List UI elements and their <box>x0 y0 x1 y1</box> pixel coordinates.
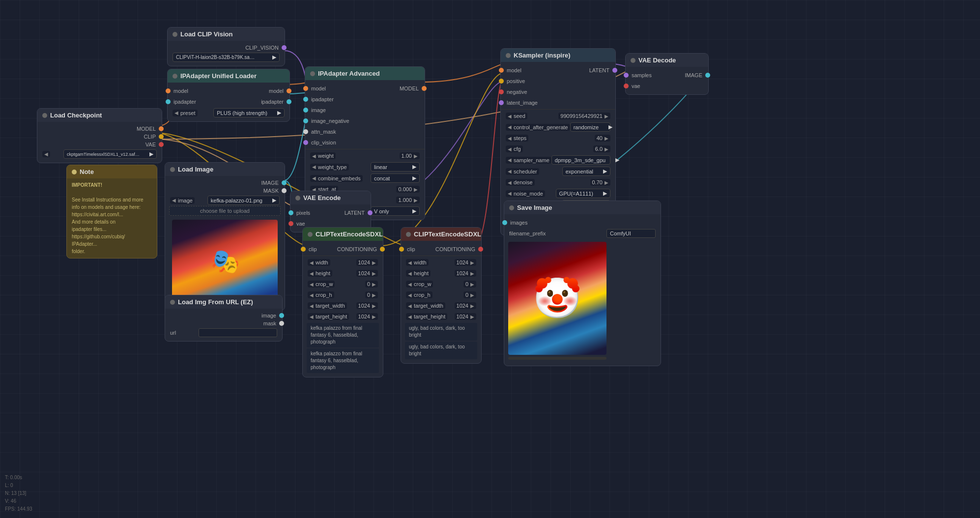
save-image-node: Save Image images filename_prefix 🤡 <box>504 201 661 366</box>
clip-port <box>399 247 404 252</box>
ipadapter-in-port <box>166 99 171 104</box>
target-height-row: ◀ target_height 1024 ▶ <box>303 311 383 322</box>
divider <box>305 149 425 149</box>
image-select[interactable]: kefka-palazzo-01.png ▶ <box>207 196 280 205</box>
node-dot <box>72 170 77 174</box>
crop-w-row: ◀ crop_w 0 ▶ <box>401 279 481 289</box>
target-width-row: ◀ target_width 1024 ▶ <box>401 300 481 311</box>
model-select[interactable]: ckptgamTimelessxlSDXL1_v12.safetensors ▶ <box>63 149 157 159</box>
model-in-port <box>303 86 308 91</box>
left-arrow[interactable]: ◀ <box>174 110 178 115</box>
mask-out-row: mask <box>165 319 282 327</box>
latent-out-port <box>368 210 373 215</box>
weight-row: ◀ weight 1.00 ▶ <box>305 150 425 161</box>
url-input[interactable] <box>199 328 277 337</box>
latent-port <box>499 100 504 105</box>
node-body: CLIP_VISION CLIPViT-H-laion2B-s32B-b79K.… <box>168 41 285 66</box>
target-width-row: ◀ target_width 1024 ▶ <box>303 300 383 311</box>
node-header: IPAdapter Unified Loader <box>168 69 289 83</box>
node-title: CLIPTextEncodeSDXL <box>414 230 481 238</box>
node-header: Load Image <box>165 163 285 176</box>
clip-text-positive-node: CLIPTextEncodeSDXL clip CONDITIONING ◀ w… <box>302 227 383 377</box>
clip-vision-port <box>282 45 287 50</box>
load-img-url-node: Load Img From URL (EZ) image mask url <box>165 295 283 342</box>
model-value: ckptgamTimelessxlSDXL1_v12.safetensors <box>67 152 140 157</box>
output-label: CLIP_VISION <box>245 45 279 51</box>
node-body: images filename_prefix 🤡 <box>504 214 661 366</box>
model-stepper[interactable]: ◀ <box>42 151 50 157</box>
node-title: IPAdapter Unified Loader <box>180 72 257 80</box>
node-body: samples IMAGE vae <box>626 67 708 94</box>
node-body: MODEL CLIP VAE ◀ ckptgamTimelessxlSDXL1_… <box>37 122 162 163</box>
node-dot <box>310 71 315 76</box>
preset-select[interactable]: PLUS (high strength) ▶ <box>213 108 285 117</box>
conditioning-out-port <box>478 247 483 252</box>
vae-out-port <box>159 142 164 147</box>
mask-out-label: MASK <box>263 188 279 194</box>
load-checkpoint-node: Load Checkpoint MODEL CLIP VAE ◀ ckptgam… <box>37 108 162 163</box>
negative-text2[interactable]: ugly, bad colors, dark, too bright <box>405 342 477 359</box>
model-out-port <box>159 126 164 131</box>
preset-stepper[interactable]: ◀ preset <box>173 110 198 116</box>
positive-text2[interactable]: kefka palazzo from final fantasy 6, hass… <box>307 348 379 373</box>
negative-text1[interactable]: ugly, bad colors, dark, too bright <box>405 323 477 341</box>
chevron-icon: ▶ <box>272 197 276 203</box>
chevron-icon: ▶ <box>272 54 276 60</box>
model-row: model model <box>168 86 289 96</box>
node-header: VAE Encode <box>290 191 371 204</box>
filename-input[interactable] <box>606 229 656 238</box>
clip-out-row: CLIP <box>37 133 162 141</box>
model-select[interactable]: CLIPViT-H-laion2B-s32B-b79K.safetensors … <box>173 53 280 62</box>
clip-row: clip CONDITIONING <box>401 244 481 255</box>
node-header: Save Image <box>504 201 661 214</box>
seed-row: ◀ seed 99099156429921 ▶ <box>501 111 615 121</box>
node-dot <box>173 32 177 37</box>
preset-value: PLUS (high strength) <box>217 110 267 116</box>
mask-out-port <box>282 188 287 193</box>
model-in-port <box>166 88 171 93</box>
preset-label: preset <box>180 110 196 116</box>
vae-row: vae <box>626 81 708 91</box>
positive-row: positive <box>501 76 615 86</box>
clip-text-negative-node: CLIPTextEncodeSDXL clip CONDITIONING ◀ w… <box>401 227 482 364</box>
clip-out-port <box>159 134 164 139</box>
ipadapter-row: ipadapter <box>305 94 425 105</box>
ipadapter-port <box>303 97 308 102</box>
left-arrow[interactable]: ◀ <box>172 198 176 203</box>
width-row: ◀ width 1024 ▶ <box>303 257 383 268</box>
attn-mask-port <box>303 129 308 134</box>
model-label: model <box>173 88 188 94</box>
image-out-label: IMAGE <box>261 180 279 186</box>
node-title: Save Image <box>517 204 552 211</box>
node-title: Load Img From URL (EZ) <box>178 298 253 306</box>
noise-mode-row: ◀ noise_mode GPU(=A1111) ▶ <box>501 188 615 199</box>
note-title: Note <box>80 168 94 175</box>
node-title: Load CLIP Vision <box>180 30 232 38</box>
model-out-port <box>287 88 291 93</box>
positive-text1[interactable]: kefka palazzo from final fantasy 6, hass… <box>307 323 379 347</box>
node-header: CLIPTextEncodeSDXL <box>401 228 481 241</box>
width-row: ◀ width 1024 ▶ <box>401 257 481 268</box>
clip-port <box>301 247 306 252</box>
model-select-row: CLIPViT-H-laion2B-s32B-b79K.safetensors … <box>168 52 285 63</box>
vae-out-label: VAE <box>145 142 156 147</box>
model-out-row: MODEL <box>37 125 162 133</box>
samples-row: samples IMAGE <box>626 70 708 81</box>
combine-embeds-row: ◀ combine_embeds concat ▶ <box>305 173 425 184</box>
pixels-port <box>288 210 293 215</box>
image-out-row: image <box>165 312 282 319</box>
vae-port <box>624 84 629 88</box>
left-arrow[interactable]: ◀ <box>44 151 48 157</box>
upload-area[interactable]: choose file to upload <box>169 206 281 216</box>
model-out-port <box>422 86 427 91</box>
node-title: KSampler (inspire) <box>514 52 571 59</box>
node-title: VAE Decode <box>638 57 676 64</box>
crop-w-row: ◀ crop_w 0 ▶ <box>303 279 383 289</box>
model-select-row: ◀ ckptgamTimelessxlSDXL1_v12.safetensors… <box>37 148 162 160</box>
node-header: Load Img From URL (EZ) <box>165 295 282 309</box>
clip-vision-port <box>303 140 308 145</box>
ipadapter-loader-node: IPAdapter Unified Loader model model ipa… <box>167 69 290 122</box>
load-clip-vision-node: Load CLIP Vision CLIP_VISION CLIPViT-H-l… <box>167 27 285 66</box>
image-stepper[interactable]: ◀ image <box>170 197 195 204</box>
upload-text: choose file to upload <box>200 208 250 214</box>
